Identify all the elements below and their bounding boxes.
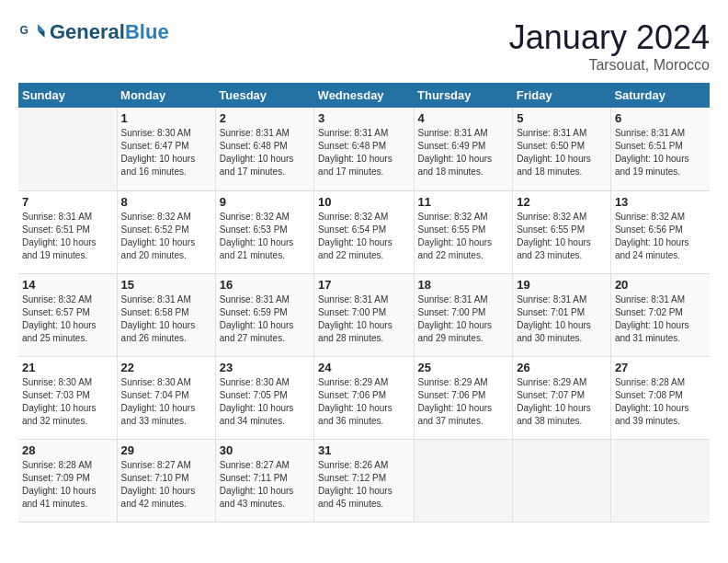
sunrise-text: Sunrise: 8:31 AM	[318, 127, 409, 140]
weekday-header: Tuesday	[215, 83, 313, 108]
weekday-header: Wednesday	[314, 83, 414, 108]
calendar-header: SundayMondayTuesdayWednesdayThursdayFrid…	[18, 83, 710, 108]
daylight-text: Daylight: 10 hours and 37 minutes.	[418, 402, 509, 428]
daylight-text: Daylight: 10 hours and 20 minutes.	[121, 236, 211, 262]
daylight-text: Daylight: 10 hours and 19 minutes.	[22, 236, 113, 262]
logo-blue: Blue	[125, 20, 169, 43]
sunset-text: Sunset: 6:54 PM	[318, 224, 409, 236]
calendar-cell	[414, 439, 513, 522]
sunrise-text: Sunrise: 8:32 AM	[220, 211, 310, 224]
sunrise-text: Sunrise: 8:27 AM	[220, 459, 310, 472]
day-number: 25	[418, 361, 509, 374]
daylight-text: Daylight: 10 hours and 45 minutes.	[318, 485, 409, 511]
day-number: 14	[22, 278, 113, 292]
sunset-text: Sunset: 6:47 PM	[121, 140, 211, 153]
day-number: 30	[220, 443, 310, 457]
calendar-cell: 19Sunrise: 8:31 AMSunset: 7:01 PMDayligh…	[513, 273, 611, 356]
sunrise-text: Sunrise: 8:31 AM	[121, 293, 211, 306]
daylight-text: Daylight: 10 hours and 41 minutes.	[22, 485, 113, 511]
sunset-text: Sunset: 7:05 PM	[220, 389, 310, 402]
sunset-text: Sunset: 7:04 PM	[121, 389, 211, 402]
day-number: 7	[22, 195, 113, 209]
day-number: 17	[318, 278, 409, 292]
calendar-cell: 24Sunrise: 8:29 AMSunset: 7:06 PMDayligh…	[314, 356, 414, 439]
sunset-text: Sunset: 7:00 PM	[318, 306, 409, 319]
sunset-text: Sunset: 7:11 PM	[220, 472, 310, 485]
month-title: January 2024	[509, 18, 710, 57]
logo-general: General	[50, 20, 125, 43]
day-number: 18	[418, 278, 509, 292]
calendar-week-row: 7Sunrise: 8:31 AMSunset: 6:51 PMDaylight…	[18, 190, 710, 273]
day-number: 20	[615, 278, 706, 292]
calendar-week-row: 14Sunrise: 8:32 AMSunset: 6:57 PMDayligh…	[18, 273, 710, 356]
sunset-text: Sunset: 6:57 PM	[22, 306, 113, 319]
calendar-week-row: 1Sunrise: 8:30 AMSunset: 6:47 PMDaylight…	[18, 108, 710, 190]
sunrise-text: Sunrise: 8:28 AM	[22, 459, 113, 472]
sunset-text: Sunset: 6:48 PM	[318, 140, 409, 153]
sunrise-text: Sunrise: 8:28 AM	[615, 376, 706, 389]
daylight-text: Daylight: 10 hours and 42 minutes.	[121, 485, 211, 511]
sunset-text: Sunset: 7:06 PM	[418, 389, 509, 402]
day-info: Sunrise: 8:31 AMSunset: 6:51 PMDaylight:…	[615, 127, 706, 178]
day-info: Sunrise: 8:32 AMSunset: 6:57 PMDaylight:…	[22, 293, 113, 345]
calendar-week-row: 28Sunrise: 8:28 AMSunset: 7:09 PMDayligh…	[18, 439, 710, 522]
day-number: 19	[517, 278, 607, 292]
calendar-cell: 10Sunrise: 8:32 AMSunset: 6:54 PMDayligh…	[314, 190, 414, 273]
sunset-text: Sunset: 6:48 PM	[220, 140, 310, 153]
calendar-cell	[513, 439, 611, 522]
day-number: 24	[318, 361, 409, 374]
daylight-text: Daylight: 10 hours and 26 minutes.	[121, 319, 211, 345]
sunset-text: Sunset: 7:01 PM	[517, 306, 607, 319]
sunset-text: Sunset: 6:52 PM	[121, 224, 211, 236]
day-info: Sunrise: 8:31 AMSunset: 6:58 PMDaylight:…	[121, 293, 211, 345]
sunset-text: Sunset: 7:10 PM	[121, 472, 211, 485]
calendar-cell: 3Sunrise: 8:31 AMSunset: 6:48 PMDaylight…	[314, 108, 414, 190]
day-number: 21	[22, 361, 113, 374]
sunrise-text: Sunrise: 8:26 AM	[318, 459, 409, 472]
calendar-cell: 15Sunrise: 8:31 AMSunset: 6:58 PMDayligh…	[117, 273, 215, 356]
sunrise-text: Sunrise: 8:31 AM	[220, 127, 310, 140]
daylight-text: Daylight: 10 hours and 22 minutes.	[318, 236, 409, 262]
sunset-text: Sunset: 7:00 PM	[418, 306, 509, 319]
sunset-text: Sunset: 7:03 PM	[22, 389, 113, 402]
calendar-cell: 20Sunrise: 8:31 AMSunset: 7:02 PMDayligh…	[610, 273, 710, 356]
day-number: 16	[220, 278, 310, 292]
day-info: Sunrise: 8:31 AMSunset: 7:00 PMDaylight:…	[418, 293, 509, 345]
sunrise-text: Sunrise: 8:31 AM	[615, 293, 706, 306]
sunset-text: Sunset: 6:51 PM	[22, 224, 113, 236]
calendar-cell: 13Sunrise: 8:32 AMSunset: 6:56 PMDayligh…	[610, 190, 710, 273]
sunrise-text: Sunrise: 8:29 AM	[418, 376, 509, 389]
sunset-text: Sunset: 7:07 PM	[517, 389, 607, 402]
title-area: January 2024 Tarsouat, Morocco	[509, 18, 710, 74]
daylight-text: Daylight: 10 hours and 39 minutes.	[615, 402, 706, 428]
day-info: Sunrise: 8:32 AMSunset: 6:55 PMDaylight:…	[517, 211, 607, 262]
calendar-cell: 2Sunrise: 8:31 AMSunset: 6:48 PMDaylight…	[215, 108, 313, 190]
calendar-cell: 1Sunrise: 8:30 AMSunset: 6:47 PMDaylight…	[117, 108, 215, 190]
calendar-table: SundayMondayTuesdayWednesdayThursdayFrid…	[18, 83, 710, 523]
calendar-cell: 6Sunrise: 8:31 AMSunset: 6:51 PMDaylight…	[610, 108, 710, 190]
day-info: Sunrise: 8:32 AMSunset: 6:54 PMDaylight:…	[318, 211, 409, 262]
calendar-cell: 21Sunrise: 8:30 AMSunset: 7:03 PMDayligh…	[18, 356, 117, 439]
sunset-text: Sunset: 7:02 PM	[615, 306, 706, 319]
logo-icon: G	[18, 18, 46, 46]
daylight-text: Daylight: 10 hours and 27 minutes.	[220, 319, 310, 345]
sunrise-text: Sunrise: 8:31 AM	[418, 293, 509, 306]
calendar-cell: 17Sunrise: 8:31 AMSunset: 7:00 PMDayligh…	[314, 273, 414, 356]
daylight-text: Daylight: 10 hours and 17 minutes.	[220, 153, 310, 178]
sunrise-text: Sunrise: 8:29 AM	[517, 376, 607, 389]
day-info: Sunrise: 8:31 AMSunset: 6:59 PMDaylight:…	[220, 293, 310, 345]
daylight-text: Daylight: 10 hours and 16 minutes.	[121, 153, 211, 178]
calendar-cell: 7Sunrise: 8:31 AMSunset: 6:51 PMDaylight…	[18, 190, 117, 273]
day-info: Sunrise: 8:32 AMSunset: 6:55 PMDaylight:…	[418, 211, 509, 262]
day-info: Sunrise: 8:31 AMSunset: 7:02 PMDaylight:…	[615, 293, 706, 345]
calendar-cell: 29Sunrise: 8:27 AMSunset: 7:10 PMDayligh…	[117, 439, 215, 522]
sunrise-text: Sunrise: 8:32 AM	[418, 211, 509, 224]
day-number: 6	[615, 111, 706, 125]
calendar-cell: 28Sunrise: 8:28 AMSunset: 7:09 PMDayligh…	[18, 439, 117, 522]
calendar-cell: 12Sunrise: 8:32 AMSunset: 6:55 PMDayligh…	[513, 190, 611, 273]
daylight-text: Daylight: 10 hours and 34 minutes.	[220, 402, 310, 428]
svg-text:G: G	[20, 24, 28, 37]
sunrise-text: Sunrise: 8:30 AM	[220, 376, 310, 389]
daylight-text: Daylight: 10 hours and 32 minutes.	[22, 402, 113, 428]
daylight-text: Daylight: 10 hours and 31 minutes.	[615, 319, 706, 345]
